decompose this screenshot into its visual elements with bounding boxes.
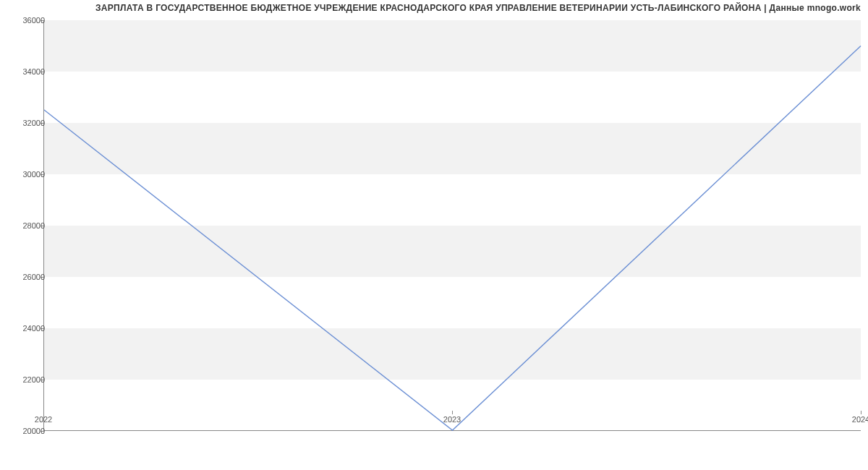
y-tick-label: 32000 — [22, 119, 45, 127]
y-tick-label: 28000 — [22, 221, 45, 230]
x-tick-mark — [43, 411, 44, 414]
x-tick-mark — [452, 411, 453, 414]
y-tick-label: 30000 — [22, 170, 45, 179]
y-tick-label: 34000 — [22, 67, 45, 76]
y-tick-label: 22000 — [22, 375, 45, 384]
x-tick-label: 2022 — [35, 415, 52, 424]
y-tick-label: 26000 — [22, 273, 45, 281]
chart-container — [43, 20, 861, 431]
x-tick-mark — [861, 411, 861, 414]
x-tick-label: 2024 — [852, 415, 868, 424]
x-tick-label: 2023 — [443, 415, 461, 424]
y-tick-label: 20000 — [22, 427, 45, 435]
y-tick-label: 24000 — [22, 324, 45, 333]
chart-title: ЗАРПЛАТА В ГОСУДАРСТВЕННОЕ БЮДЖЕТНОЕ УЧР… — [0, 0, 868, 13]
y-tick-label: 36000 — [22, 16, 45, 25]
series-line — [44, 46, 861, 430]
line-svg — [44, 20, 861, 430]
plot-area — [43, 20, 861, 431]
